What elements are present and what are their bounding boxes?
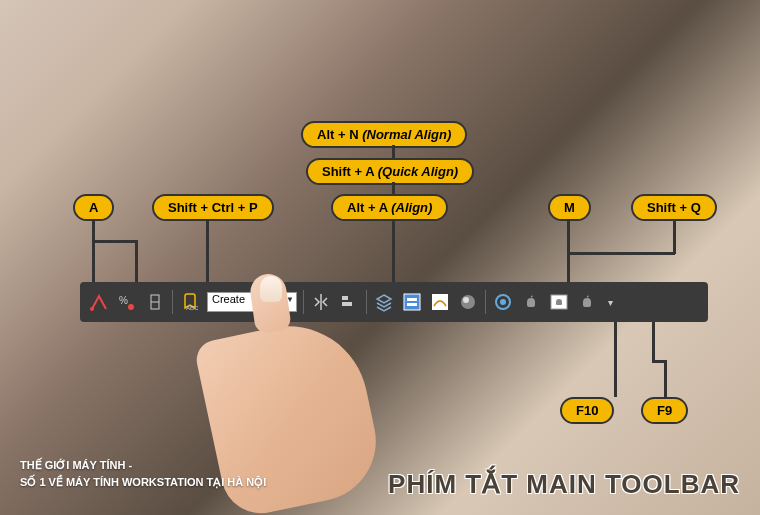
angle-snap-icon[interactable] [88, 291, 110, 313]
shortcut-label-f9: F9 [641, 397, 688, 424]
caption: THẾ GIỚI MÁY TÍNH - SỐ 1 VỀ MÁY TÍNH WOR… [20, 457, 266, 490]
render-production-icon[interactable] [548, 291, 570, 313]
main-toolbar: % ABC Create Se ▾ [80, 282, 708, 322]
connector [614, 322, 617, 397]
svg-point-2 [128, 304, 134, 310]
svg-point-14 [500, 299, 506, 305]
shortcut-label-alt-a: Alt + A (Align) [331, 194, 448, 221]
connector [652, 322, 655, 362]
named-selection-icon[interactable]: ABC [179, 291, 201, 313]
percent-snap-icon[interactable]: % [116, 291, 138, 313]
svg-rect-9 [407, 303, 417, 306]
svg-rect-6 [342, 302, 352, 306]
schematic-view-icon[interactable] [401, 291, 423, 313]
shortcut-label-shift-ctrl-p: Shift + Ctrl + P [152, 194, 274, 221]
curve-editor-icon[interactable] [429, 291, 451, 313]
dropdown-arrow-icon[interactable]: ▾ [604, 291, 616, 313]
svg-point-12 [463, 297, 469, 303]
svg-rect-8 [407, 298, 417, 301]
connector [392, 182, 395, 196]
connector [392, 220, 395, 282]
shortcut-label-m: M [548, 194, 591, 221]
shortcut-label-alt-n: Alt + N (Normal Align) [301, 121, 467, 148]
separator [303, 290, 304, 314]
page-title: PHÍM TẮT MAIN TOOLBAR [388, 469, 740, 500]
separator [172, 290, 173, 314]
create-dropdown[interactable]: Create [207, 292, 261, 312]
layers-icon[interactable] [373, 291, 395, 313]
connector [567, 252, 675, 255]
connector [92, 220, 95, 282]
render-setup-icon[interactable] [492, 291, 514, 313]
separator [485, 290, 486, 314]
connector [392, 145, 395, 160]
align-icon[interactable] [338, 291, 360, 313]
svg-text:ABC: ABC [186, 305, 199, 311]
shortcut-label-shift-a: Shift + A (Quick Align) [306, 158, 474, 185]
mirror-icon[interactable] [310, 291, 332, 313]
snap-toggle-icon[interactable] [144, 291, 166, 313]
svg-text:%: % [119, 295, 128, 306]
render-last-icon[interactable] [576, 291, 598, 313]
material-editor-icon[interactable] [457, 291, 479, 313]
shortcut-label-a: A [73, 194, 114, 221]
connector [135, 240, 138, 282]
shortcut-label-f10: F10 [560, 397, 614, 424]
shortcut-label-shift-q: Shift + Q [631, 194, 717, 221]
connector [567, 220, 570, 282]
svg-rect-7 [404, 294, 420, 310]
render-frame-icon[interactable] [520, 291, 542, 313]
svg-rect-10 [432, 294, 448, 310]
connector [206, 220, 209, 282]
svg-rect-5 [342, 296, 348, 300]
connector [664, 360, 667, 397]
connector [673, 220, 676, 254]
separator [366, 290, 367, 314]
selection-dropdown[interactable]: Se [267, 292, 297, 312]
connector [92, 240, 137, 243]
svg-point-0 [90, 307, 94, 311]
